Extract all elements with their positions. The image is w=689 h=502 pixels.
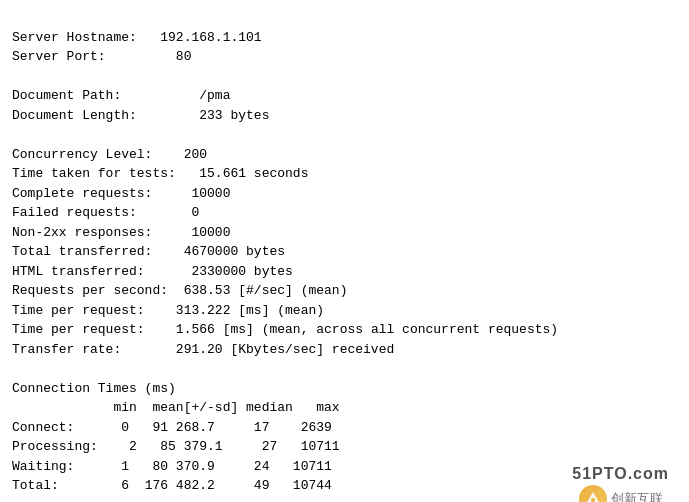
concurrency-value: 200: [184, 147, 207, 162]
processing-label: Processing:: [12, 439, 98, 454]
watermark-text: 51PTO.com: [572, 465, 669, 483]
watermark-logo: 创新互联: [579, 485, 663, 503]
svg-point-0: [591, 498, 595, 502]
connect-values: 0 91 268.7 17 2639: [74, 420, 331, 435]
watermark: 51PTO.com 创新互联: [572, 465, 669, 503]
time-label: Time taken for tests:: [12, 166, 176, 181]
port-label: Server Port:: [12, 49, 106, 64]
transfer-rate-value: 291.20 [Kbytes/sec] received: [176, 342, 394, 357]
waiting-label: Waiting:: [12, 459, 74, 474]
failed-label: Failed requests:: [12, 205, 137, 220]
path-value: /pma: [199, 88, 230, 103]
total-label: Total:: [12, 478, 59, 493]
hostname-label: Server Hostname:: [12, 30, 137, 45]
logo-text: 创新互联: [611, 490, 663, 503]
length-label: Document Length:: [12, 108, 137, 123]
html-transferred-value: 2330000 bytes: [191, 264, 292, 279]
hostname-value: 192.168.1.101: [160, 30, 261, 45]
tpr1-label: Time per request:: [12, 303, 145, 318]
concurrency-label: Concurrency Level:: [12, 147, 152, 162]
tpr2-value: 1.566 [ms] (mean, across all concurrent …: [176, 322, 558, 337]
processing-values: 2 85 379.1 27 10711: [98, 439, 340, 454]
html-transferred-label: HTML transferred:: [12, 264, 145, 279]
tpr2-label: Time per request:: [12, 322, 145, 337]
tpr1-value: 313.222 [ms] (mean): [176, 303, 324, 318]
rps-label: Requests per second:: [12, 283, 168, 298]
total-values: 6 176 482.2 49 10744: [59, 478, 332, 493]
rps-value: 638.53 [#/sec] (mean): [184, 283, 348, 298]
transfer-rate-label: Transfer rate:: [12, 342, 121, 357]
non2xx-value: 10000: [191, 225, 230, 240]
length-value: 233 bytes: [199, 108, 269, 123]
non2xx-label: Non-2xx responses:: [12, 225, 152, 240]
terminal-output: Server Hostname: 192.168.1.101 Server Po…: [12, 8, 677, 502]
complete-label: Complete requests:: [12, 186, 152, 201]
connection-times-title: Connection Times (ms): [12, 381, 176, 396]
connection-table-header: min mean[+/-sd] median max: [12, 400, 340, 415]
waiting-values: 1 80 370.9 24 10711: [74, 459, 331, 474]
total-transferred-label: Total transferred:: [12, 244, 152, 259]
time-value: 15.661 seconds: [199, 166, 308, 181]
logo-icon: [579, 485, 607, 503]
complete-value: 10000: [191, 186, 230, 201]
failed-value: 0: [191, 205, 199, 220]
port-value: 80: [176, 49, 192, 64]
connect-label: Connect:: [12, 420, 74, 435]
total-transferred-value: 4670000 bytes: [184, 244, 285, 259]
path-label: Document Path:: [12, 88, 121, 103]
